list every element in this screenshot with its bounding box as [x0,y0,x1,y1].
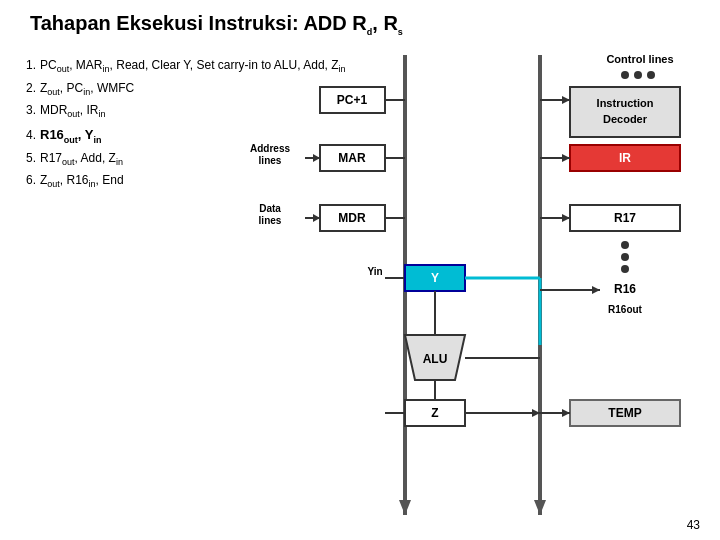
data-lines-label2: lines [259,215,282,226]
r16-label: R16 [614,282,636,296]
page-title: Tahapan Eksekusi Instruksi: ADD Rd, Rs [30,12,403,37]
temp-label: TEMP [608,406,641,420]
ctrl-dot3 [647,71,655,79]
r17-label: R17 [614,211,636,225]
r16-dot1 [621,241,629,249]
control-lines-label: Control lines [606,53,673,65]
r16-dot2 [621,253,629,261]
ir-label: IR [619,151,631,165]
main-diagram: PC+1 Control lines Instruction Decoder A… [210,45,710,530]
alu-label: ALU [423,352,448,366]
r16-dot3 [621,265,629,273]
bus-to-r17-arrow [562,214,570,222]
bus-to-ir-arrow [562,154,570,162]
left-bus-arrow [399,500,411,515]
bus-to-r16-arrow [592,286,600,294]
pc1-label: PC+1 [337,93,368,107]
mdr-label: MDR [338,211,366,225]
svg-text:lines: lines [259,155,282,166]
addr-to-mar-arrow [313,154,320,162]
r16out-label: R16out [608,304,643,315]
instruction-decoder-label1: Instruction [597,97,654,109]
ctrl-dot2 [634,71,642,79]
data-to-mdr-arrow [313,214,320,222]
title-sub2: s [398,27,403,37]
y-label: Y [431,271,439,285]
right-bus-arrow [534,500,546,515]
bus-to-temp-arrow [562,409,570,417]
yin-label: Yin [367,266,382,277]
mar-label: MAR [338,151,366,165]
ctrl-dot1 [621,71,629,79]
bus-to-decoder-arrow [562,96,570,104]
title-main: Tahapan Eksekusi Instruksi: ADD R [30,12,367,34]
data-lines-label1: Data [259,203,281,214]
instruction-decoder-label2: Decoder [603,113,648,125]
address-lines-label: Address [250,143,290,154]
page-number: 43 [687,518,700,532]
instruction-decoder-box [570,87,680,137]
z-label: Z [431,406,438,420]
